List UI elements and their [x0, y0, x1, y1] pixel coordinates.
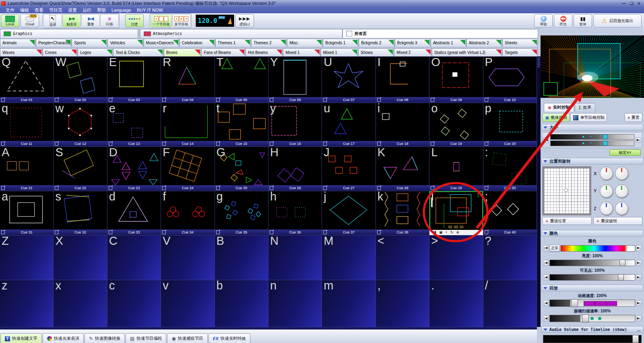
menu-item-Language[interactable]: Language: [111, 8, 131, 12]
color-step-left-button[interactable]: |◀: [543, 245, 549, 251]
scan-step-left-button[interactable]: |◀: [543, 316, 549, 321]
z-rotation-knob[interactable]: [615, 202, 628, 215]
category-tab-music-dancers[interactable]: Music+Dancers: [144, 39, 179, 47]
category-tab-bckgrnds-1[interactable]: Bckgrnds 1: [323, 39, 358, 47]
select-mode-button[interactable]: ↖ 选择: [43, 14, 62, 27]
cue-cell-empty-N[interactable]: N: [268, 236, 322, 280]
cue-cell-cue-37[interactable]: jCue 37: [322, 191, 376, 236]
menu-item-帮助[interactable]: 帮助: [97, 7, 106, 13]
category-tab-logos[interactable]: Logos: [78, 48, 113, 56]
cue-cell-cue-22[interactable]: SCue 22: [54, 147, 107, 191]
cue-cell-cue-20[interactable]: pCue 20: [483, 103, 537, 147]
scan-step-right-button[interactable]: ▶|: [636, 316, 642, 321]
cue-cell-cue-29[interactable]: LCue 29: [429, 147, 483, 191]
z-position-knob[interactable]: [600, 202, 613, 215]
cue-cell-cue-13[interactable]: eCue 13: [107, 103, 161, 147]
category-tab-text-clocks[interactable]: Text & Clocks: [113, 48, 163, 56]
cue-cell-cue-33[interactable]: dCue 33: [107, 191, 161, 236]
cue-cell-empty-Z[interactable]: Z: [0, 236, 54, 280]
reset-rotation-button[interactable]: + 重设旋转: [593, 217, 643, 225]
color-normal-button[interactable]: 正常: [549, 245, 560, 252]
all-pages-toggle[interactable]: 所有页: [343, 29, 538, 38]
menu-item-BUY IT NOW[interactable]: BUY IT NOW: [137, 8, 163, 12]
menu-item-设置[interactable]: 设置: [68, 7, 77, 13]
minimize-button[interactable]: —: [622, 1, 626, 6]
enable-laser-output-button[interactable]: ⚠ 启用激光输出: [593, 14, 642, 27]
category-tab-abstracts-1[interactable]: Abstracts 1: [431, 39, 466, 47]
category-tab-abstracts-2[interactable]: Abstracts 2: [466, 39, 502, 47]
transition-button[interactable]: 过渡: [125, 14, 144, 27]
cue-cell-empty-<[interactable]: <: [376, 236, 429, 280]
category-tab-waves[interactable]: Waves: [0, 48, 42, 56]
reset-button[interactable]: + 重置: [625, 113, 642, 122]
cue-cell-cue-09[interactable]: OCue 09: [429, 57, 483, 103]
cue-cell-cue-39[interactable]: lΣ00:00:04▮▮▣+↻⊕: [429, 191, 483, 236]
lock-xy-button[interactable]: 锁定XY: [609, 149, 641, 156]
virtual-lj-button[interactable]: ▶▶▶ 虚拟LJ: [235, 14, 254, 27]
cue-cell-cue-07[interactable]: UCue 07: [322, 57, 376, 103]
y-rotation-knob[interactable]: [615, 184, 628, 198]
menu-item-运行[interactable]: 运行: [83, 7, 91, 13]
tab-effects[interactable]: Σ 效果: [575, 103, 595, 112]
cue-cell-cue-27[interactable]: JCue 27: [322, 147, 376, 191]
color-step-right-button[interactable]: ▶|: [636, 245, 642, 251]
pause-button[interactable]: ▮▮ 暂停: [574, 14, 592, 27]
quick-tool-tab-快速创建文字[interactable]: T快速创建文字: [0, 333, 42, 343]
category-tab-themes-2[interactable]: Themes 2: [251, 39, 287, 47]
cue-player-bar[interactable]: ▮▮▣+↻⊕: [429, 230, 483, 235]
category-tab-shows[interactable]: Shows: [358, 48, 394, 56]
quick-tool-tab-快速光束表演[interactable]: 快速光束表演: [43, 333, 84, 343]
section-audio-volume[interactable]: Audio Volume for Timeline (show) …: [541, 326, 643, 333]
size-step-right-button[interactable]: ▶|: [636, 137, 641, 143]
cue-cell-empty-,[interactable]: ,: [376, 280, 429, 330]
player-frame-icon[interactable]: ▣: [439, 231, 443, 234]
visible-points-slider[interactable]: [549, 274, 635, 281]
player-center-icon[interactable]: ⊕: [456, 231, 459, 234]
cue-cell-cue-02[interactable]: WCue 02: [54, 57, 107, 103]
cue-cell-cue-04[interactable]: RCue 04: [161, 57, 215, 103]
cue-cell-empty-n[interactable]: n: [268, 280, 322, 330]
help-button[interactable]: ? 帮助: [534, 14, 553, 27]
menu-item-编辑[interactable]: 编辑: [20, 7, 29, 13]
bpm-display[interactable]: 120.0 BPM: [196, 14, 234, 27]
cue-cell-cue-34[interactable]: fCue 34: [161, 191, 215, 236]
cue-cell-cue-35[interactable]: gCue 35: [215, 191, 268, 236]
cue-cell-empty-c[interactable]: c: [107, 280, 161, 330]
category-tab-statics-great-with-virtual-lj-[interactable]: Statics (great with Virtual LJ): [432, 48, 502, 56]
flash-mode-button[interactable]: ✳ 闪烁: [100, 14, 119, 27]
category-tab-sheets[interactable]: Sheets: [502, 39, 538, 47]
cue-cell-cue-14[interactable]: rCue 14: [161, 103, 215, 147]
cue-cell-cue-15[interactable]: tCue 15: [215, 103, 268, 147]
category-tab-hot-beams[interactable]: Hot Beams: [246, 48, 283, 56]
grid-scrollbar[interactable]: [537, 56, 541, 327]
category-tab-mixed-2[interactable]: Mixed 2: [394, 48, 431, 56]
cloud-button[interactable]: beta Cloud: [21, 14, 39, 27]
section-playback[interactable]: 回放: [541, 285, 643, 291]
tab-atmospherics[interactable]: Atmospherics: [140, 29, 343, 38]
cue-cell-cue-31[interactable]: aCue 31: [0, 191, 54, 236]
category-tab-bckgrnds-3[interactable]: Bckgrnds 3: [395, 39, 430, 47]
category-tab-targets[interactable]: Targets: [502, 48, 538, 56]
player-rotate-icon[interactable]: ↻: [450, 231, 454, 234]
size-step-left-button[interactable]: |◀: [543, 137, 549, 143]
audio-volume-slider[interactable]: [543, 335, 642, 343]
cue-cell-empty-B[interactable]: B: [215, 236, 268, 280]
category-tab-boxes[interactable]: Boxes: [164, 48, 201, 56]
more-options-icon[interactable]: …: [637, 327, 641, 332]
y-position-knob[interactable]: [600, 184, 613, 198]
blackout-button[interactable]: 闭光: [554, 14, 572, 27]
cue-cell-cue-06[interactable]: YCue 06: [268, 57, 322, 103]
category-tab-celebration[interactable]: Celebration: [180, 39, 215, 47]
cue-cell-cue-19[interactable]: oCue 19: [429, 103, 483, 147]
cue-cell-cue-18[interactable]: iCue 18: [376, 103, 429, 147]
size-y-slider[interactable]: ➤: [550, 141, 634, 146]
x-position-knob[interactable]: [600, 167, 613, 180]
quick-tool-tab-快速实时特效[interactable]: FX快速实时特效: [208, 333, 250, 343]
category-tab-people-characters[interactable]: People+Characters: [36, 39, 71, 47]
cue-cell-cue-03[interactable]: ECue 03: [107, 57, 161, 103]
player-move-icon[interactable]: +: [446, 231, 448, 234]
section-color[interactable]: 颜色: [541, 230, 643, 237]
cue-cell-empty-z[interactable]: z: [0, 280, 54, 330]
category-tab-mixed-1[interactable]: Mixed 1: [283, 48, 320, 56]
cue-cell-cue-05[interactable]: TCue 05: [215, 57, 268, 103]
